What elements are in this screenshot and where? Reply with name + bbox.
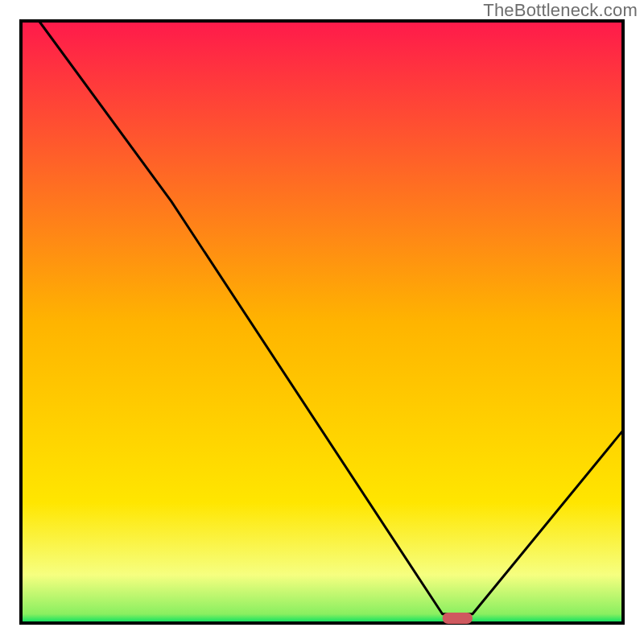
chart-frame: TheBottleneck.com — [0, 0, 644, 644]
plot-area — [21, 21, 623, 624]
gradient-background — [21, 21, 623, 623]
minimum-marker — [443, 613, 473, 624]
bottleneck-chart — [0, 0, 644, 644]
watermark-text: TheBottleneck.com — [483, 0, 638, 21]
